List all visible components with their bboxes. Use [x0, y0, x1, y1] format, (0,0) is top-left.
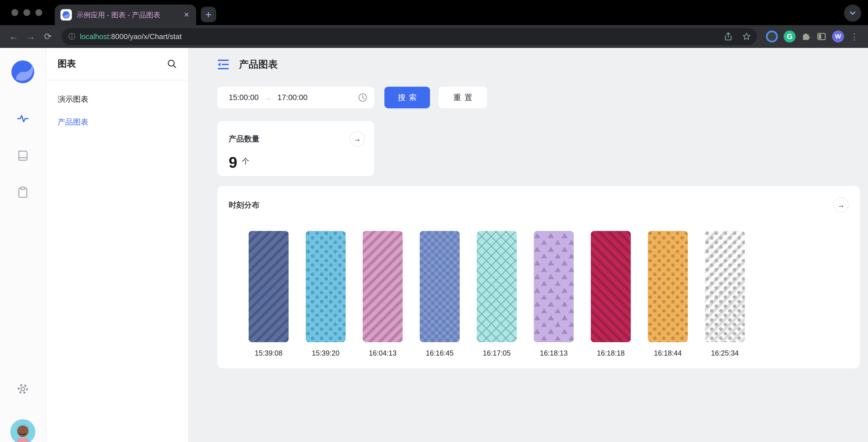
bar-label: 16:17:05	[483, 349, 510, 357]
extension-lens-icon[interactable]	[766, 31, 778, 42]
browser-window: 示例应用 - 图表 - 产品图表 ✕ + ← → ⟳ ⓘ localhost:8…	[0, 0, 868, 442]
search-button[interactable]: 搜索	[384, 87, 430, 108]
app-shell: 图表 演示图表 产品图表 产品图表	[0, 48, 868, 442]
chart-bar[interactable]	[420, 231, 460, 342]
back-button[interactable]: ←	[6, 29, 22, 44]
bar-column: 15:39:08	[249, 231, 288, 357]
new-tab-button[interactable]: +	[201, 7, 216, 22]
url-path: :8000/yao/x/Chart/stat	[109, 32, 182, 41]
bar-column: 16:17:05	[477, 231, 517, 357]
url-host: localhost	[80, 32, 109, 41]
extensions-area: G W ⋮	[763, 31, 862, 42]
traffic-lights	[11, 9, 42, 16]
bar-chart: 15:39:0815:39:2016:04:1316:16:4516:17:05…	[229, 231, 848, 357]
stat-card-product-count: 产品数量 → 9 个	[217, 121, 374, 176]
sidebar-title: 图表	[58, 58, 76, 70]
tab-title: 示例应用 - 图表 - 产品图表	[76, 10, 178, 20]
bar-label: 16:16:45	[426, 349, 454, 357]
url-bar[interactable]: ⓘ localhost:8000/yao/x/Chart/stat	[62, 28, 757, 45]
page-title: 产品图表	[239, 58, 278, 71]
nav-book-icon[interactable]	[17, 150, 29, 162]
clock-icon	[358, 93, 367, 102]
bookmark-star-icon[interactable]	[740, 30, 753, 43]
browser-tab[interactable]: 示例应用 - 图表 - 产品图表 ✕	[55, 5, 196, 25]
forward-button[interactable]: →	[23, 29, 39, 44]
bar-label: 16:04:13	[369, 349, 396, 357]
icon-rail	[0, 48, 46, 442]
main-content: 产品图表 15:00:00 → 17:00:00 搜索 重置 产品数量	[189, 48, 868, 442]
bar-column: 16:18:44	[648, 231, 688, 357]
chevron-down-icon	[848, 9, 857, 17]
bar-column: 16:18:18	[591, 231, 631, 357]
traffic-light-zoom[interactable]	[35, 9, 42, 16]
filter-row: 15:00:00 → 17:00:00 搜索 重置	[217, 87, 868, 108]
side-panel-icon[interactable]	[817, 32, 826, 41]
chart-bar[interactable]	[477, 231, 517, 342]
bar-label: 15:39:20	[312, 349, 339, 357]
bar-label: 15:39:08	[255, 349, 282, 357]
bar-column: 15:39:20	[306, 231, 346, 357]
stat-card-arrow-button[interactable]: →	[350, 131, 365, 147]
chart-bar[interactable]	[705, 231, 745, 342]
chart-bar[interactable]	[648, 231, 688, 342]
reset-button[interactable]: 重置	[439, 87, 487, 108]
user-avatar[interactable]	[10, 419, 35, 442]
range-arrow-icon: →	[264, 93, 272, 102]
browser-toolbar: ← → ⟳ ⓘ localhost:8000/yao/x/Chart/stat …	[0, 25, 868, 48]
bar-label: 16:18:44	[654, 349, 682, 357]
chart-bar[interactable]	[306, 231, 346, 342]
tab-search-button[interactable]	[844, 5, 861, 22]
chart-bar[interactable]	[534, 231, 574, 342]
nav-clipboard-icon[interactable]	[17, 186, 29, 198]
reload-button[interactable]: ⟳	[40, 29, 56, 44]
bar-label: 16:18:18	[597, 349, 624, 357]
traffic-light-minimize[interactable]	[23, 9, 30, 16]
chart-bar[interactable]	[363, 231, 403, 342]
search-icon[interactable]	[167, 59, 177, 69]
bar-column: 16:16:45	[420, 231, 460, 357]
settings-gear-icon[interactable]	[17, 383, 29, 395]
bar-label: 16:25:34	[711, 349, 739, 357]
extensions-puzzle-icon[interactable]	[801, 32, 811, 41]
sidebar-group-label: 演示图表	[46, 81, 188, 104]
chart-bar[interactable]	[249, 231, 288, 342]
url-text: localhost:8000/yao/x/Chart/stat	[80, 32, 182, 41]
menu-fold-icon[interactable]	[217, 59, 229, 70]
grammarly-icon[interactable]: G	[784, 31, 796, 42]
stat-unit: 个	[242, 156, 249, 166]
bar-column: 16:04:13	[363, 231, 403, 357]
page-header: 产品图表	[217, 48, 868, 81]
chart-card-arrow-button[interactable]: →	[833, 197, 848, 213]
nav-charts-icon[interactable]	[16, 112, 30, 125]
yao-logo[interactable]	[10, 59, 35, 85]
start-time-value[interactable]: 15:00:00	[229, 93, 259, 102]
bar-column: 16:25:34	[705, 231, 745, 357]
bar-label: 16:18:13	[540, 349, 567, 357]
bar-column: 16:18:13	[534, 231, 574, 357]
sidebar-item-product-chart[interactable]: 产品图表	[46, 104, 188, 127]
share-icon[interactable]	[721, 30, 735, 43]
profile-avatar[interactable]: W	[832, 31, 844, 42]
time-range-picker[interactable]: 15:00:00 → 17:00:00	[217, 87, 374, 108]
secondary-sidebar: 图表 演示图表 产品图表	[46, 48, 189, 442]
chart-card-title: 时刻分布	[229, 200, 259, 210]
traffic-light-close[interactable]	[11, 9, 18, 16]
site-info-icon[interactable]: ⓘ	[68, 32, 75, 41]
tab-strip: 示例应用 - 图表 - 产品图表 ✕ +	[0, 0, 868, 25]
chart-bar[interactable]	[591, 231, 631, 342]
tab-favicon-icon	[60, 9, 72, 21]
stat-card-title: 产品数量	[229, 134, 259, 144]
browser-menu-icon[interactable]: ⋮	[850, 32, 859, 42]
end-time-value[interactable]: 17:00:00	[277, 93, 307, 102]
stat-value: 9	[229, 155, 237, 170]
chart-card-time-distribution: 时刻分布 → 15:39:0815:39:2016:04:1316:16:451…	[217, 186, 860, 369]
tab-close-icon[interactable]: ✕	[183, 10, 190, 20]
